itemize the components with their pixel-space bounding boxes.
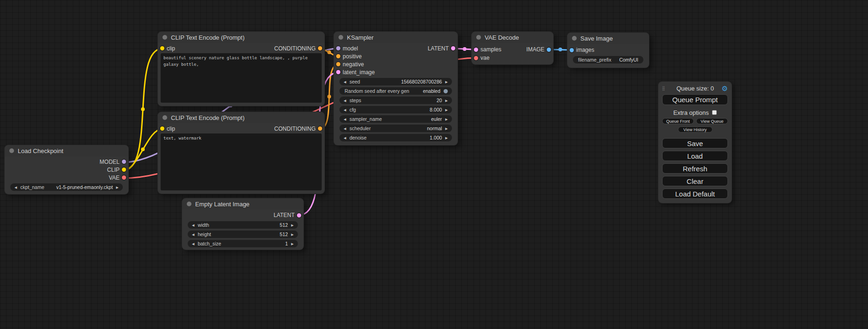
node-vae-decode[interactable]: VAE Decode IMAGE samples vae [472, 32, 553, 64]
decrement-arrow-icon[interactable]: ◀ [344, 99, 346, 102]
negative-prompt-textarea[interactable]: text, watermark [161, 133, 322, 190]
collapse-dot-icon[interactable] [162, 35, 167, 40]
increment-arrow-icon[interactable]: ▶ [445, 118, 448, 121]
node-save-image[interactable]: Save Image images filename_prefix ComfyU… [567, 33, 649, 68]
slot-label: vae [480, 55, 489, 61]
collapse-dot-icon[interactable] [572, 36, 577, 41]
clip-output-slot-dot[interactable] [122, 168, 126, 172]
slot-label: images [576, 47, 594, 53]
extra-options-checkbox[interactable] [712, 110, 717, 115]
settings-gear-icon[interactable]: ⚙ [722, 85, 728, 92]
increment-arrow-icon[interactable]: ▶ [445, 80, 448, 84]
output-slot-model: MODEL [5, 158, 128, 166]
node-clip-text-encode-negative[interactable]: CLIP Text Encode (Prompt) clip CONDITION… [158, 112, 325, 194]
latent-image-input-slot-dot[interactable] [336, 70, 340, 74]
node-title-bar[interactable]: Save Image [567, 33, 649, 44]
vae-output-slot-dot[interactable] [122, 175, 126, 180]
node-title: VAE Decode [485, 34, 519, 41]
negative-input-slot-dot[interactable] [336, 62, 340, 66]
input-slot-latent-image: latent_image [334, 68, 458, 76]
clip-input-slot-dot[interactable] [160, 46, 164, 50]
collapse-dot-icon[interactable] [9, 148, 14, 153]
decrement-arrow-icon[interactable]: ◀ [14, 186, 17, 189]
node-load-checkpoint[interactable]: Load Checkpoint MODEL CLIP VAE ◀ ckpt_na… [5, 145, 128, 194]
seed-number-widget[interactable]: ◀ seed 156680208700286 ▶ [339, 78, 452, 85]
node-title-bar[interactable]: KSampler [334, 32, 458, 43]
collapse-dot-icon[interactable] [339, 35, 343, 40]
widget-label: batch_size [198, 241, 221, 246]
slot-label: MODEL [99, 159, 120, 165]
node-title-bar[interactable]: Load Checkpoint [5, 145, 128, 156]
collapse-dot-icon[interactable] [187, 202, 191, 206]
filename-prefix-text-widget[interactable]: filename_prefix ComfyUI [573, 56, 643, 63]
input-slot-positive: positive [334, 52, 458, 60]
queue-size-label: Queue size: 0 [669, 85, 722, 92]
collapse-dot-icon[interactable] [162, 115, 167, 120]
samples-input-slot-dot[interactable] [474, 48, 478, 52]
increment-arrow-icon[interactable]: ▶ [445, 136, 448, 140]
clip-input-slot-dot[interactable] [160, 126, 164, 131]
drag-handle-icon[interactable]: ⣿ [662, 86, 669, 91]
denoise-number-widget[interactable]: ◀ denoise 1.000 ▶ [339, 134, 452, 141]
load-button[interactable]: Load [662, 151, 728, 161]
conditioning-output-slot-dot[interactable] [318, 126, 322, 131]
node-title-bar[interactable]: Empty Latent Image [182, 198, 303, 210]
decrement-arrow-icon[interactable]: ◀ [344, 118, 346, 121]
node-title: Empty Latent Image [195, 201, 249, 208]
conditioning-output-slot-dot[interactable] [318, 46, 322, 50]
increment-arrow-icon[interactable]: ▶ [445, 108, 448, 112]
scheduler-combo-widget[interactable]: ◀ scheduler normal ▶ [339, 125, 452, 132]
node-title-bar[interactable]: CLIP Text Encode (Prompt) [158, 112, 325, 123]
decrement-arrow-icon[interactable]: ◀ [192, 242, 194, 245]
positive-input-slot-dot[interactable] [336, 54, 340, 58]
ckpt-name-combo-widget[interactable]: ◀ ckpt_name v1-5-pruned-emaonly.ckpt ▶ [10, 183, 123, 191]
increment-arrow-icon[interactable]: ▶ [291, 233, 294, 236]
increment-arrow-icon[interactable]: ▶ [291, 224, 294, 227]
decrement-arrow-icon[interactable]: ◀ [344, 127, 346, 130]
cfg-number-widget[interactable]: ◀ cfg 8.000 ▶ [339, 106, 452, 113]
slot-row: clip CONDITIONING [158, 125, 325, 133]
node-title-bar[interactable]: CLIP Text Encode (Prompt) [158, 32, 325, 43]
save-button[interactable]: Save [662, 138, 728, 148]
model-input-slot-dot[interactable] [336, 46, 340, 50]
decrement-arrow-icon[interactable]: ◀ [344, 108, 346, 112]
increment-arrow-icon[interactable]: ▶ [291, 242, 294, 245]
link-midpoint-dot [463, 47, 466, 51]
refresh-button[interactable]: Refresh [662, 163, 728, 174]
decrement-arrow-icon[interactable]: ◀ [344, 136, 346, 140]
positive-prompt-textarea[interactable]: beautiful scenery nature glass bottle la… [161, 53, 322, 103]
toggle-dot-icon[interactable] [444, 89, 448, 93]
view-history-button[interactable]: View History [678, 126, 713, 133]
node-ksampler[interactable]: KSampler LATENT model positive negative … [334, 32, 458, 145]
clear-button[interactable]: Clear [662, 176, 728, 186]
node-title-bar[interactable]: VAE Decode [472, 32, 553, 43]
increment-arrow-icon[interactable]: ▶ [445, 127, 448, 130]
slot-label: samples [480, 46, 501, 53]
slot-label: model [343, 45, 358, 52]
latent-output-slot-dot[interactable] [297, 213, 301, 217]
link-midpoint-dot [141, 147, 145, 151]
width-number-widget[interactable]: ◀ width 512 ▶ [188, 221, 298, 229]
decrement-arrow-icon[interactable]: ◀ [344, 80, 346, 84]
sampler-name-combo-widget[interactable]: ◀ sampler_name euler ▶ [339, 115, 452, 123]
menu-header: ⣿ Queue size: 0 ⚙ [662, 84, 728, 93]
load-default-button[interactable]: Load Default [662, 189, 728, 199]
increment-arrow-icon[interactable]: ▶ [116, 186, 119, 189]
slot-label: CONDITIONING [274, 126, 316, 132]
decrement-arrow-icon[interactable]: ◀ [192, 233, 194, 236]
queue-front-button[interactable]: Queue Front [662, 118, 694, 124]
random-seed-toggle-widget[interactable]: Random seed after every gen enabled [339, 87, 452, 95]
model-output-slot-dot[interactable] [122, 160, 126, 164]
node-clip-text-encode-positive[interactable]: CLIP Text Encode (Prompt) clip CONDITION… [158, 32, 325, 106]
view-queue-button[interactable]: View Queue [696, 118, 728, 124]
queue-prompt-button[interactable]: Queue Prompt [662, 94, 728, 105]
collapse-dot-icon[interactable] [476, 35, 481, 40]
increment-arrow-icon[interactable]: ▶ [445, 99, 448, 102]
decrement-arrow-icon[interactable]: ◀ [192, 224, 194, 227]
node-empty-latent-image[interactable]: Empty Latent Image LATENT ◀ width 512 ▶ … [182, 198, 303, 250]
batch-size-number-widget[interactable]: ◀ batch_size 1 ▶ [188, 240, 298, 247]
vae-input-slot-dot[interactable] [474, 56, 478, 60]
images-input-slot-dot[interactable] [570, 48, 574, 52]
steps-number-widget[interactable]: ◀ steps 20 ▶ [339, 97, 452, 104]
height-number-widget[interactable]: ◀ height 512 ▶ [188, 231, 298, 238]
